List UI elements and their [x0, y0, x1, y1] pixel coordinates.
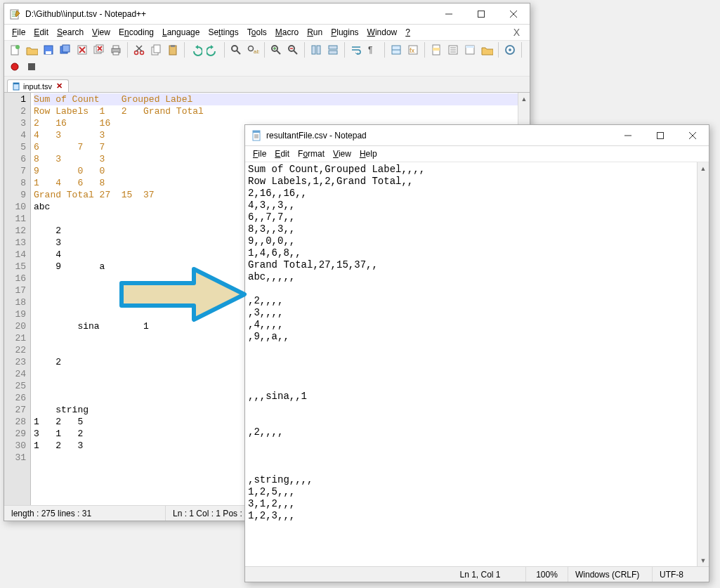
menu-file[interactable]: File	[249, 148, 270, 160]
menu-search[interactable]: Search	[53, 26, 87, 39]
stop-icon[interactable]	[24, 59, 39, 74]
close-button[interactable]	[497, 4, 530, 24]
toolbar-separator	[521, 42, 522, 58]
record-icon[interactable]	[7, 59, 22, 74]
menu-language[interactable]: Language	[159, 26, 203, 39]
close-all-icon[interactable]	[91, 42, 107, 58]
sync-h-icon[interactable]	[325, 42, 341, 58]
line-number: 17	[4, 285, 26, 296]
close-button[interactable]	[676, 125, 709, 145]
status-zoom: 100%	[526, 567, 568, 582]
line-number: 29	[4, 428, 26, 440]
mdi-close-icon[interactable]: X	[508, 27, 525, 38]
vertical-scrollbar[interactable]: ▲ ▼	[697, 162, 709, 566]
line-number: 11	[4, 213, 26, 225]
svg-rect-56	[466, 46, 474, 48]
code-line[interactable]: Sum of Count Grouped Label	[34, 93, 518, 105]
line-number: 21	[4, 332, 26, 344]
print-icon[interactable]	[108, 42, 124, 58]
save-all-icon[interactable]	[58, 42, 73, 58]
menu-macro[interactable]: Macro	[272, 26, 302, 39]
all-chars-icon[interactable]: ¶	[365, 42, 381, 58]
menu-edit[interactable]: Edit	[30, 26, 52, 39]
line-number: 27	[4, 404, 26, 416]
svg-rect-2	[478, 11, 485, 17]
menu-tools[interactable]: Tools	[244, 26, 270, 39]
tab-close-icon[interactable]: ✕	[55, 81, 64, 91]
scroll-up-icon[interactable]: ▲	[698, 162, 709, 174]
npp-window-buttons	[433, 4, 530, 24]
redo-icon[interactable]	[205, 42, 221, 58]
svg-point-29	[232, 46, 237, 51]
svg-rect-64	[253, 131, 260, 133]
line-number: 4	[4, 129, 26, 141]
line-number: 20	[4, 320, 26, 332]
minimize-button[interactable]	[433, 4, 465, 24]
menu-format[interactable]: Format	[294, 148, 328, 160]
new-file-icon[interactable]	[7, 42, 22, 58]
tab-input-tsv[interactable]: input.tsv ✕	[7, 79, 69, 92]
line-number: 7	[4, 165, 26, 177]
user-lang-icon[interactable]: fx	[405, 42, 421, 58]
svg-point-58	[509, 48, 511, 51]
menu-run[interactable]: Run	[303, 26, 326, 39]
close-file-icon[interactable]	[74, 42, 90, 58]
scroll-up-icon[interactable]: ▲	[518, 93, 530, 105]
notepad-window-buttons	[612, 125, 709, 145]
menu-view[interactable]: View	[329, 148, 355, 160]
scroll-down-icon[interactable]: ▼	[698, 554, 709, 566]
maximize-button[interactable]	[465, 4, 497, 24]
status-length: length : 275 lines : 31	[4, 506, 166, 521]
line-number: 12	[4, 225, 26, 237]
notepad-textarea[interactable]: Sum of Count,Grouped Label,,,, Row Label…	[245, 162, 697, 566]
notepad-menubar: FileEditFormatViewHelp	[245, 146, 709, 162]
menu-?[interactable]: ?	[402, 26, 414, 39]
line-number: 28	[4, 416, 26, 428]
menu-file[interactable]: File	[8, 26, 29, 39]
line-number: 25	[4, 380, 26, 392]
save-icon[interactable]	[41, 42, 56, 58]
maximize-button[interactable]	[644, 125, 676, 145]
svg-line-34	[277, 51, 280, 54]
folder-view-icon[interactable]	[479, 42, 495, 58]
menu-encoding[interactable]: Encoding	[115, 26, 157, 39]
menu-edit[interactable]: Edit	[271, 148, 293, 160]
svg-rect-26	[154, 45, 160, 53]
indent-guide-icon[interactable]	[388, 42, 404, 58]
zoom-in-icon[interactable]	[268, 42, 284, 58]
menu-help[interactable]: Help	[356, 148, 381, 160]
line-number: 6	[4, 153, 26, 165]
notepad-titlebar: resultantFile.csv - Notepad	[245, 125, 709, 146]
menu-view[interactable]: View	[89, 26, 114, 39]
scroll-track[interactable]	[698, 174, 709, 554]
menu-window[interactable]: Window	[364, 26, 401, 39]
svg-rect-28	[171, 45, 175, 47]
copy-icon[interactable]	[148, 42, 164, 58]
svg-text:ab: ab	[254, 48, 259, 55]
paste-icon[interactable]	[165, 42, 181, 58]
svg-rect-8	[46, 51, 51, 54]
function-list-icon[interactable]	[462, 42, 478, 58]
find-icon[interactable]	[228, 42, 244, 58]
notepad-icon	[251, 130, 262, 141]
replace-icon[interactable]: ab	[245, 42, 261, 58]
cut-icon[interactable]	[131, 42, 147, 58]
doc-map-icon[interactable]	[428, 42, 444, 58]
status-position: Ln 1, Col 1	[435, 567, 526, 582]
menu-plugins[interactable]: Plugins	[327, 26, 362, 39]
zoom-out-icon[interactable]	[285, 42, 301, 58]
open-icon[interactable]	[24, 42, 39, 58]
svg-rect-60	[28, 63, 35, 70]
sync-v-icon[interactable]	[308, 42, 324, 58]
doc-list-icon[interactable]	[445, 42, 461, 58]
line-number: 15	[4, 261, 26, 273]
minimize-button[interactable]	[612, 125, 644, 145]
tab-label: input.tsv	[23, 82, 52, 91]
toolbar-separator	[184, 42, 185, 58]
menu-settings[interactable]: Settings	[204, 26, 242, 39]
code-line[interactable]: Row Labels 1 2 Grand Total	[34, 105, 518, 117]
monitoring-icon[interactable]	[502, 42, 518, 58]
undo-icon[interactable]	[188, 42, 204, 58]
toolbar-separator	[344, 42, 345, 58]
word-wrap-icon[interactable]	[348, 42, 364, 58]
